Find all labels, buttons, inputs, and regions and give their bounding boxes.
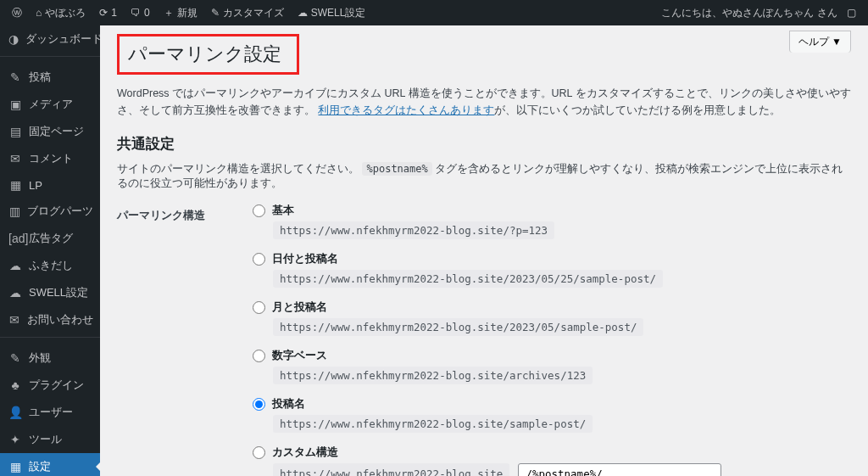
sidebar-item-コメント[interactable]: ✉コメント bbox=[0, 145, 100, 172]
sidebar-item-label: ユーザー bbox=[29, 405, 73, 420]
avatar-icon: ▢ bbox=[847, 7, 856, 19]
permalink-radio-4[interactable] bbox=[253, 398, 265, 411]
sidebar-item-広告タグ[interactable]: [ad]広告タグ bbox=[0, 225, 100, 252]
plus-icon: ＋ bbox=[164, 6, 174, 20]
permalink-label[interactable]: 基本 bbox=[272, 203, 294, 218]
structure-th: パーマリンク構造 bbox=[117, 203, 253, 476]
menu-icon: 👤 bbox=[8, 406, 22, 419]
permalink-label[interactable]: 投稿名 bbox=[272, 396, 305, 412]
sidebar-item-label: ダッシュボード bbox=[25, 31, 100, 47]
greeting[interactable]: こんにちは、やぬさんぽんちゃん さん ▢ bbox=[656, 0, 861, 25]
customize-link[interactable]: ✎カスタマイズ bbox=[206, 0, 289, 25]
sidebar-item-label: LP bbox=[29, 179, 42, 192]
sidebar-item-label: メディア bbox=[29, 97, 73, 112]
sidebar-item-投稿[interactable]: ✎投稿 bbox=[0, 64, 100, 91]
permalink-radio-3[interactable] bbox=[253, 350, 265, 362]
sidebar-item-label: お問い合わせ bbox=[27, 312, 93, 328]
main-content: ヘルプ ▼ パーマリンク設定 WordPress ではパーマリンクやアーカイブに… bbox=[100, 25, 868, 476]
permalink-sample: https://www.nfekhmyrm2022-blog.site/2023… bbox=[273, 270, 663, 288]
permalink-label[interactable]: 月と投稿名 bbox=[272, 300, 327, 315]
permalink-label[interactable]: 日付と投稿名 bbox=[272, 251, 338, 266]
menu-icon: ▥ bbox=[8, 204, 20, 218]
sidebar-item-label: コメント bbox=[29, 151, 73, 166]
sidebar-item-ふきだし[interactable]: ☁ふきだし bbox=[0, 252, 100, 279]
cloud-icon: ☁ bbox=[298, 7, 308, 19]
sidebar-item-ダッシュボード[interactable]: ◑ダッシュボード bbox=[0, 25, 100, 53]
menu-icon: ▣ bbox=[8, 98, 22, 111]
updates-link[interactable]: ⟳1 bbox=[94, 0, 122, 25]
site-link[interactable]: ⌂やぼぶろ bbox=[31, 0, 91, 25]
sidebar-item-設定[interactable]: ▦設定 bbox=[0, 453, 100, 476]
sidebar-item-ツール[interactable]: ✦ツール bbox=[0, 426, 100, 453]
swell-link[interactable]: ☁SWELL設定 bbox=[292, 0, 371, 25]
menu-icon: ▦ bbox=[8, 178, 22, 192]
menu-icon: ▤ bbox=[8, 125, 22, 138]
permalink-label[interactable]: カスタム構造 bbox=[272, 445, 338, 460]
menu-icon: ◑ bbox=[8, 32, 19, 46]
help-button[interactable]: ヘルプ ▼ bbox=[789, 31, 851, 53]
menu-icon: ✎ bbox=[8, 70, 22, 84]
sidebar-item-label: 固定ページ bbox=[29, 124, 84, 139]
permalink-radio-2[interactable] bbox=[253, 301, 265, 314]
menu-icon: ✉ bbox=[8, 152, 22, 165]
wp-logo[interactable]: ⓦ bbox=[7, 0, 27, 25]
sidebar-item-label: ブログパーツ bbox=[27, 204, 93, 219]
custom-structure-input[interactable] bbox=[518, 463, 721, 476]
menu-icon: ▦ bbox=[8, 460, 22, 473]
sidebar-item-label: 外観 bbox=[29, 350, 51, 366]
intro-text: WordPress ではパーマリンクやアーカイブにカスタム URL 構造を使うこ… bbox=[117, 85, 851, 119]
menu-icon: ✦ bbox=[8, 433, 22, 446]
sidebar-item-label: 投稿 bbox=[29, 70, 51, 85]
menu-icon: ♣ bbox=[8, 378, 22, 392]
permalink-radio-0[interactable] bbox=[253, 204, 265, 217]
sidebar-item-label: 広告タグ bbox=[29, 231, 73, 246]
menu-icon: ✉ bbox=[8, 313, 20, 327]
section-common: 共通設定 bbox=[117, 134, 851, 154]
home-icon: ⌂ bbox=[36, 7, 42, 19]
brush-icon: ✎ bbox=[211, 7, 220, 19]
comments-link[interactable]: 🗨0 bbox=[125, 0, 155, 25]
site-name: やぼぶろ bbox=[45, 6, 86, 20]
new-link[interactable]: ＋新規 bbox=[159, 0, 203, 25]
permalink-sample: https://www.nfekhmyrm2022-blog.site/arch… bbox=[273, 367, 593, 384]
sidebar-item-ユーザー[interactable]: 👤ユーザー bbox=[0, 399, 100, 426]
sidebar-item-固定ページ[interactable]: ▤固定ページ bbox=[0, 118, 100, 145]
menu-icon: ☁ bbox=[8, 286, 22, 300]
menu-icon: ☁ bbox=[8, 259, 22, 272]
permalink-sample: https://www.nfekhmyrm2022-blog.site/?p=1… bbox=[273, 221, 554, 239]
permalink-label[interactable]: 数字ベース bbox=[272, 348, 327, 363]
menu-icon: [ad] bbox=[8, 232, 22, 245]
permalink-sample: https://www.nfekhmyrm2022-blog.site/2023… bbox=[273, 318, 643, 336]
sidebar-item-label: ふきだし bbox=[29, 258, 73, 273]
sidebar-item-外観[interactable]: ✎外観 bbox=[0, 344, 100, 372]
hint-text: サイトのパーマリンク構造を選択してください。 %postname% タグを含める… bbox=[117, 162, 851, 191]
sidebar-item-label: 設定 bbox=[29, 459, 51, 474]
admin-bar: ⓦ ⌂やぼぶろ ⟳1 🗨0 ＋新規 ✎カスタマイズ ☁SWELL設定 こんにちは… bbox=[0, 0, 868, 25]
custom-base: https://www.nfekhmyrm2022-blog.site bbox=[273, 463, 509, 476]
comment-icon: 🗨 bbox=[131, 7, 141, 19]
admin-sidebar: ◑ダッシュボード✎投稿▣メディア▤固定ページ✉コメント▦LP▥ブログパーツ[ad… bbox=[0, 25, 100, 476]
update-icon: ⟳ bbox=[99, 7, 108, 19]
page-title: パーマリンク設定 bbox=[117, 34, 299, 75]
permalink-sample: https://www.nfekhmyrm2022-blog.site/samp… bbox=[273, 415, 593, 433]
sidebar-item-SWELL設定[interactable]: ☁SWELL設定 bbox=[0, 279, 100, 306]
permalink-radio-5[interactable] bbox=[253, 446, 265, 459]
sidebar-item-メディア[interactable]: ▣メディア bbox=[0, 91, 100, 118]
postname-tag: %postname% bbox=[362, 162, 431, 176]
sidebar-item-LP[interactable]: ▦LP bbox=[0, 172, 100, 198]
sidebar-item-プラグイン[interactable]: ♣プラグイン bbox=[0, 372, 100, 399]
menu-icon: ✎ bbox=[8, 351, 22, 365]
sidebar-item-label: SWELL設定 bbox=[29, 285, 88, 300]
sidebar-item-お問い合わせ[interactable]: ✉お問い合わせ bbox=[0, 306, 100, 333]
sidebar-item-label: プラグイン bbox=[29, 378, 84, 393]
sidebar-item-label: ツール bbox=[29, 432, 62, 447]
tags-help-link[interactable]: 利用できるタグはたくさんあります bbox=[318, 104, 494, 116]
permalink-radio-1[interactable] bbox=[253, 253, 265, 266]
sidebar-item-ブログパーツ[interactable]: ▥ブログパーツ bbox=[0, 198, 100, 225]
